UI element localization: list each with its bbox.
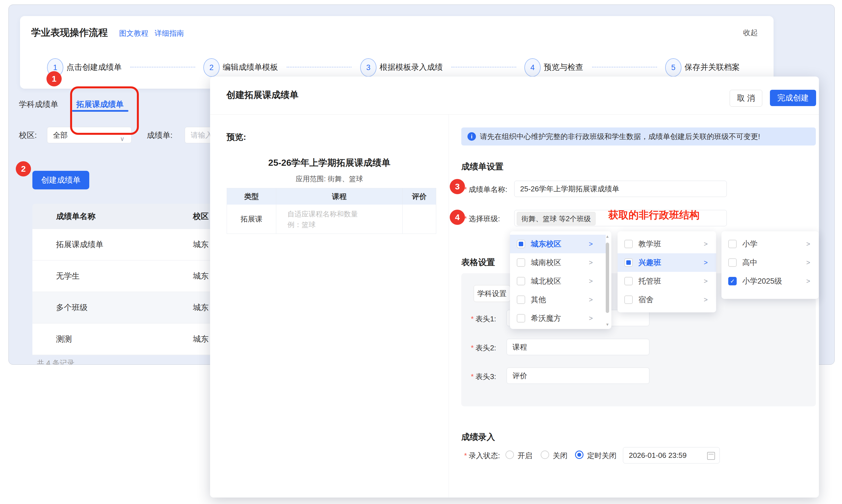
header1-label: *表头1: (471, 314, 496, 324)
cascader-option-seewo[interactable]: 希沃魔方 > (510, 309, 606, 327)
cascader-panel-class-type: 教学班 > 兴趣班 > 托管班 > 宿舍 > (617, 231, 716, 312)
cascader-option-high[interactable]: 高中 > (721, 253, 819, 272)
row-campus: 城东 (193, 229, 209, 260)
course-hint-line2: 例：篮球 (287, 219, 316, 230)
tutorial-link[interactable]: 图文教程 (119, 29, 148, 38)
create-report-button[interactable]: 创建成绩单 (32, 171, 89, 190)
header3-label-text: 表头3: (475, 372, 496, 381)
option-label: 小学 (742, 239, 757, 249)
chevron-right-icon: > (589, 296, 593, 304)
header2-input[interactable] (507, 339, 649, 355)
cascader-option-teaching[interactable]: 教学班 > (617, 235, 716, 253)
cascader-option-chengbei[interactable]: 城北校区 > (510, 272, 606, 290)
step-label-4: 预览与检查 (544, 58, 583, 76)
required-mark: * (464, 451, 467, 460)
cancel-button[interactable]: 取 消 (730, 90, 762, 107)
radio-close-label[interactable]: 关闭 (553, 451, 567, 461)
checkbox-indeterminate-icon[interactable] (517, 240, 525, 248)
checkbox-icon[interactable] (517, 277, 525, 285)
checkbox-indeterminate-icon[interactable] (624, 258, 633, 267)
annotation-badge-2: 2 (16, 161, 31, 177)
cascader-option-dorm[interactable]: 宿舍 > (617, 290, 716, 309)
chevron-right-icon: > (704, 296, 708, 304)
tab-subject-report[interactable]: 学科成绩单 (19, 99, 58, 110)
submit-button[interactable]: 完成创建 (770, 90, 816, 106)
radio-open-label[interactable]: 开启 (518, 451, 532, 461)
preview-table: 类型 课程 评价 拓展课 自适应课程名称和数量 例：篮球 (227, 188, 436, 234)
name-field-label: *成绩单名称: (464, 185, 507, 195)
entry-heading: 成绩录入 (461, 431, 495, 443)
class-label-text: 选择班级: (469, 214, 500, 223)
chevron-right-icon: > (806, 258, 810, 267)
cascader-option-primary-2025[interactable]: ✓ 小学2025级 > (721, 272, 819, 290)
report-name-input[interactable] (514, 181, 727, 197)
campus-select-value: 全部 (53, 131, 68, 139)
annotation-badge-4: 4 (450, 210, 465, 225)
header2-label-text: 表头2: (475, 344, 496, 352)
preview-table-header: 类型 课程 评价 (227, 188, 436, 204)
step-circle-4: 4 (524, 58, 541, 77)
subject-setup-button[interactable]: 学科设置 (474, 285, 510, 302)
option-label: 教学班 (638, 239, 661, 249)
cascader-option-care[interactable]: 托管班 > (617, 272, 716, 290)
chevron-right-icon: > (704, 258, 708, 267)
chevron-right-icon: > (806, 277, 810, 285)
chevron-right-icon: > (704, 277, 708, 285)
cascader-option-chengnan[interactable]: 城南校区 > (510, 253, 606, 272)
chevron-right-icon: > (704, 240, 708, 248)
header3-input[interactable] (507, 367, 649, 384)
scroll-up-icon[interactable]: ▲ (605, 234, 610, 239)
step-circle-5: 5 (665, 58, 682, 77)
row-name: 无学生 (56, 260, 80, 291)
annotation-badge-3: 3 (450, 179, 465, 194)
cascader-option-interest[interactable]: 兴趣班 > (617, 253, 716, 272)
chevron-right-icon: > (806, 240, 810, 248)
cascader-option-other[interactable]: 其他 > (510, 290, 606, 309)
cascader-option-chengdong[interactable]: 城东校区 > (510, 235, 606, 253)
radio-open[interactable] (506, 451, 514, 459)
option-label: 城北校区 (531, 276, 561, 286)
checkbox-checked-icon[interactable]: ✓ (728, 277, 737, 285)
option-label: 希沃魔方 (531, 313, 561, 323)
guide-link[interactable]: 详细指南 (155, 29, 184, 38)
row-name: 拓展课成绩单 (56, 229, 103, 260)
required-mark: * (471, 314, 474, 323)
checkbox-icon[interactable] (517, 295, 525, 304)
checkbox-icon[interactable] (728, 240, 737, 248)
cascader-option-primary[interactable]: 小学 > (721, 235, 819, 253)
radio-timed-label[interactable]: 定时关闭 (587, 451, 616, 461)
checkbox-icon[interactable] (728, 258, 737, 267)
preview-col-type: 类型 (227, 188, 276, 204)
preview-table-row: 拓展课 自适应课程名称和数量 例：篮球 (227, 204, 436, 234)
checkbox-icon[interactable] (517, 258, 525, 267)
chevron-right-icon: > (589, 277, 593, 285)
step-connector (452, 67, 516, 68)
info-icon: i (468, 132, 476, 141)
scroll-down-icon[interactable]: ▼ (605, 322, 610, 327)
record-count: 共 4 条记录 (37, 358, 74, 365)
checkbox-icon[interactable] (517, 314, 525, 323)
option-label: 兴趣班 (638, 257, 661, 268)
screen: 学业表现操作流程 图文教程 详细指南 收起 1 点击创建成绩单 2 编辑成绩单模… (0, 0, 842, 504)
step-connector (130, 67, 195, 68)
scrollbar-thumb[interactable] (606, 242, 609, 313)
row-campus: 城东 (193, 324, 209, 355)
required-mark: * (471, 344, 474, 352)
collapse-button[interactable]: 收起 (743, 28, 758, 38)
checkbox-icon[interactable] (624, 295, 633, 304)
header1-label-text: 表头1: (475, 314, 496, 323)
option-label: 城南校区 (531, 257, 561, 268)
preview-scope: 应用范围: 街舞、篮球 (210, 174, 449, 183)
row-campus: 城东 (193, 292, 209, 323)
deadline-datetime-picker[interactable]: 2026-01-06 23:59 (623, 447, 720, 464)
checkbox-icon[interactable] (624, 240, 633, 248)
step-circle-2: 2 (203, 58, 220, 77)
option-label: 宿舍 (638, 295, 654, 305)
notice-banner: i 请先在组织中心维护完整的非行政班级和学生数据，成绩单创建后关联的班级不可变更… (461, 127, 816, 145)
table-setup-heading: 表格设置 (461, 257, 495, 268)
entry-status-label: *录入状态: (464, 451, 500, 461)
radio-close[interactable] (541, 451, 549, 459)
radio-timed-close[interactable] (575, 451, 583, 459)
checkbox-icon[interactable] (624, 277, 633, 285)
row-name: 多个班级 (56, 292, 88, 323)
